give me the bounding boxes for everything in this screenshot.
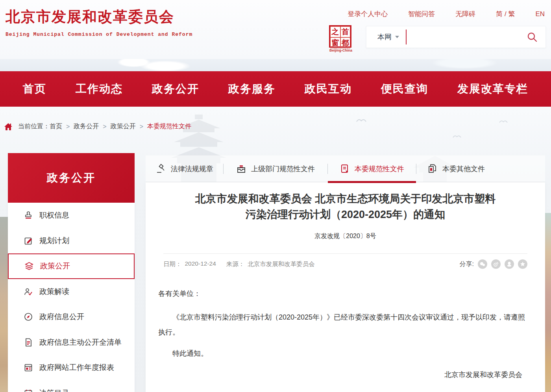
sidebar-item-label: 政府信息主动公开全清单	[39, 337, 122, 348]
edit-plan-icon	[24, 236, 33, 246]
sidebar-item-authority-info[interactable]: 职权信息	[8, 203, 135, 228]
cloud-banner	[0, 59, 551, 71]
share-label: 分享:	[460, 260, 474, 268]
breadcrumb-item-policy-open[interactable]: 政策公开	[111, 122, 136, 131]
home-icon[interactable]	[4, 123, 13, 131]
article-meta-row: 日期：2020-12-24 来源：北京市发展和改革委员会 分享:	[163, 259, 527, 269]
catalog-icon	[24, 388, 33, 392]
search-bar: 本网	[366, 26, 546, 48]
favorite-share-icon[interactable]	[518, 259, 527, 269]
bird-icon	[356, 118, 366, 122]
article-title: 北京市发展和改革委员会 北京市生态环境局关于印发北京市塑料污染治理行动计划（20…	[146, 182, 545, 222]
nav-item-reform-column[interactable]: 发展改革专栏	[457, 81, 528, 96]
wechat-share-icon[interactable]	[478, 259, 487, 269]
signature: 北京市发展和改革委员会	[158, 367, 525, 382]
date-value: 2020-12-24	[185, 260, 216, 268]
english-link[interactable]: EN	[535, 10, 545, 18]
breadcrumb-label: 当前位置：	[18, 122, 50, 131]
utility-links: 登录个人中心 智能问答 无障碍 简 / 繁 EN	[348, 9, 545, 18]
article-card: 北京市发展和改革委员会 北京市生态环境局关于印发北京市塑料污染治理行动计划（20…	[146, 182, 545, 392]
content-area: 当前位置： 首页 > 政务公开 > 政策公开 > 本委规范性文件 政务公开 职权…	[0, 107, 551, 392]
tab-label: 法律法规规章	[171, 164, 213, 174]
sidebar-item-policy-open[interactable]: 政策公开	[8, 253, 135, 279]
breadcrumb-item-home[interactable]: 首页	[50, 122, 62, 131]
nav-item-interaction[interactable]: 政民互动	[305, 81, 352, 96]
sidebar-item-annual-report[interactable]: 政府网站工作年度报表	[8, 355, 135, 381]
nav-item-home[interactable]: 首页	[23, 81, 46, 96]
sidebar-item-gov-info-open[interactable]: 政府信息公开	[8, 304, 135, 330]
site-header: 北京市发展和改革委员会 Beijing Municipal Commission…	[0, 0, 551, 59]
tab-upper-dept-documents[interactable]: 上级部门规范性文件	[224, 155, 327, 182]
nav-item-gov-services[interactable]: 政务服务	[228, 81, 276, 96]
sidebar-list: 职权信息 规划计划 政策公开 政策解读 政府信息公开 政府信息主动公开全清单	[8, 203, 135, 392]
document-list-icon	[24, 338, 33, 347]
search-input[interactable]	[407, 29, 527, 45]
accessibility-link[interactable]: 无障碍	[455, 9, 475, 18]
seal-caption: Beijing-China	[329, 48, 353, 52]
bird-icon	[453, 134, 461, 138]
breadcrumb-separator: >	[103, 123, 106, 130]
nav-item-convenient-query[interactable]: 便民查询	[381, 81, 428, 96]
qq-share-icon[interactable]	[505, 259, 514, 269]
gavel-icon	[156, 164, 166, 174]
report-table-icon	[24, 363, 33, 372]
seal-char: 首	[340, 26, 351, 37]
sidebar-item-proactive-disclosure-list[interactable]: 政府信息主动公开全清单	[8, 330, 135, 355]
weibo-share-icon[interactable]	[491, 259, 501, 269]
sidebar-item-decision-catalog[interactable]: 决策目录	[8, 381, 135, 392]
search-scope-dropdown[interactable]: 本网	[377, 32, 399, 42]
background-photo-left	[0, 217, 8, 392]
layers-icon	[24, 261, 34, 271]
breadcrumb-item-current[interactable]: 本委规范性文件	[147, 122, 191, 131]
sidebar-item-planning[interactable]: 规划计划	[8, 228, 135, 254]
site-logo[interactable]: 北京市发展和改革委员会 Beijing Municipal Commission…	[6, 7, 192, 37]
main-navigation: 首页 工作动态 政务公开 政务服务 政民互动 便民查询 发展改革专栏	[0, 71, 551, 107]
smart-qa-link[interactable]: 智能问答	[408, 9, 435, 18]
sidebar-item-label: 职权信息	[39, 210, 69, 220]
source-value: 北京市发展和改革委员会	[248, 260, 315, 268]
breadcrumb-item-gov-open[interactable]: 政务公开	[74, 122, 99, 131]
bird-icon	[499, 119, 508, 123]
sidebar-item-label: 规划计划	[39, 236, 69, 246]
article-title-line2: 污染治理行动计划（2020-2025年）的通知	[146, 207, 545, 222]
share-bar: 分享:	[460, 259, 527, 269]
sidebar-item-label: 政策公开	[40, 261, 70, 271]
login-link[interactable]: 登录个人中心	[348, 9, 388, 18]
interpret-icon	[24, 287, 33, 296]
body-paragraph: 《北京市塑料污染治理行动计划（2020-2025年）》已经市委深改委第十四次会议…	[158, 310, 525, 340]
search-icon[interactable]	[527, 31, 538, 43]
inbox-doc-icon	[236, 164, 246, 174]
seal-icon: 之 首 窗 都	[329, 25, 351, 48]
date-label: 日期：	[163, 260, 182, 268]
nav-item-gov-open[interactable]: 政务公开	[152, 81, 199, 96]
site-title: 北京市发展和改革委员会	[6, 7, 192, 27]
tab-label: 本委规范性文件	[355, 164, 404, 174]
beijing-china-seal[interactable]: 之 首 窗 都 Beijing-China	[329, 25, 353, 52]
salutation: 各有关单位：	[158, 286, 525, 301]
breadcrumb: 当前位置： 首页 > 政务公开 > 政策公开 > 本委规范性文件	[4, 122, 191, 131]
committee-doc-icon	[340, 164, 350, 174]
tab-laws-regulations[interactable]: 法律法规规章	[146, 155, 223, 182]
article-body: 各有关单位： 《北京市塑料污染治理行动计划（2020-2025年）》已经市委深改…	[146, 286, 545, 382]
main-column: 法律法规规章 上级部门规范性文件 本委规范性文件 本委其他文件 北京市发展和改革…	[146, 155, 545, 392]
tab-committee-other-documents[interactable]: 本委其他文件	[416, 155, 545, 182]
sidebar: 政务公开 职权信息 规划计划 政策公开 政策解读 政府信息公开	[8, 153, 135, 392]
document-number: 京发改规〔2020〕8号	[146, 232, 545, 240]
sidebar-item-label: 政策解读	[39, 287, 69, 297]
sidebar-item-label: 政府信息公开	[39, 312, 84, 322]
tab-committee-normative-documents[interactable]: 本委规范性文件	[328, 155, 416, 182]
article-meta: 日期：2020-12-24 来源：北京市发展和改革委员会	[163, 260, 315, 268]
sidebar-title: 政务公开	[47, 170, 96, 185]
site-subtitle: Beijing Municipal Commission of Developm…	[6, 31, 192, 37]
divider	[163, 253, 527, 254]
other-doc-icon	[427, 164, 438, 174]
article-title-line1: 北京市发展和改革委员会 北京市生态环境局关于印发北京市塑料	[195, 193, 496, 205]
sidebar-item-label: 决策目录	[39, 388, 69, 392]
sidebar-item-label: 政府网站工作年度报表	[39, 362, 114, 373]
sidebar-item-policy-interpretation[interactable]: 政策解读	[8, 279, 135, 305]
seal-char: 都	[340, 37, 351, 48]
nav-item-work-news[interactable]: 工作动态	[76, 81, 123, 96]
sidebar-title-block: 政务公开	[8, 153, 135, 203]
simplified-traditional-link[interactable]: 简 / 繁	[496, 9, 515, 18]
source-label: 来源：	[226, 260, 245, 268]
